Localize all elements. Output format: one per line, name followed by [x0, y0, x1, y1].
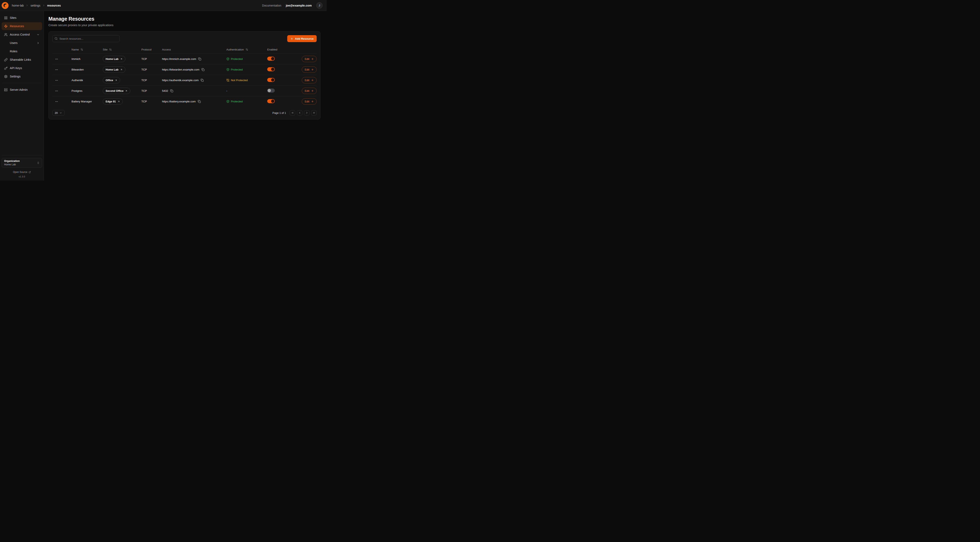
- search-input[interactable]: [52, 35, 120, 42]
- column-header-name[interactable]: Name: [72, 48, 103, 51]
- column-header-access: Access: [162, 48, 226, 51]
- ellipsis-icon: [55, 79, 58, 82]
- sidebar-item-label: Shareable Links: [10, 58, 31, 61]
- open-source-link[interactable]: Open Source: [2, 171, 42, 174]
- row-menu-button[interactable]: [54, 78, 59, 83]
- breadcrumb-settings[interactable]: settings: [30, 4, 40, 7]
- auth-status-label: Protected: [231, 100, 243, 103]
- copy-icon: [200, 79, 204, 82]
- page-size-select[interactable]: 20: [52, 110, 65, 116]
- edit-button[interactable]: Edit: [302, 56, 317, 62]
- enabled-toggle[interactable]: [267, 89, 275, 92]
- copy-access-button[interactable]: [200, 78, 204, 82]
- toggle-knob: [271, 68, 274, 71]
- table-row: Authentik Office TCP https://authentik.e…: [52, 75, 317, 85]
- auth-status-label: Protected: [231, 57, 243, 61]
- sidebar-item-users[interactable]: Users: [2, 39, 42, 47]
- resource-name: Battery Manager: [72, 100, 103, 103]
- user-email[interactable]: joe@example.com: [286, 4, 312, 7]
- copy-access-button[interactable]: [170, 89, 174, 93]
- row-menu-button[interactable]: [54, 99, 59, 104]
- site-link[interactable]: Edge 01: [103, 98, 123, 105]
- site-link[interactable]: Home Lab: [103, 67, 126, 73]
- chevrons-left-icon: [291, 112, 294, 114]
- chevrons-right-icon: [313, 112, 315, 114]
- page-title: Manage Resources: [48, 16, 321, 22]
- arrow-right-icon: [311, 89, 313, 92]
- sidebar-item-settings[interactable]: Settings: [2, 73, 42, 80]
- sort-icon: [81, 48, 83, 51]
- resource-name: Authentik: [72, 79, 103, 82]
- sidebar-item-access-control[interactable]: Access Control: [2, 31, 42, 38]
- next-page-button[interactable]: [304, 110, 310, 116]
- resource-protocol: TCP: [142, 89, 162, 92]
- organization-selector[interactable]: Organization Home Lab: [2, 158, 42, 167]
- sidebar-item-label: Server Admin: [10, 88, 27, 91]
- shield-off-icon: [226, 79, 229, 82]
- breadcrumb-resources[interactable]: resources: [47, 4, 61, 7]
- edit-button[interactable]: Edit: [302, 67, 317, 73]
- documentation-link[interactable]: Documentation: [262, 4, 281, 7]
- resource-access-url: https://bitwarden.example.com: [162, 68, 199, 71]
- enabled-toggle[interactable]: [267, 78, 275, 82]
- search-box: [52, 35, 120, 42]
- row-menu-button[interactable]: [54, 88, 59, 94]
- breadcrumb-org[interactable]: home-lab: [12, 4, 24, 7]
- edit-button[interactable]: Edit: [302, 88, 317, 94]
- auth-status-label: Not Protected: [231, 79, 248, 82]
- key-icon: [4, 67, 8, 70]
- column-header-enabled: Enabled: [267, 48, 296, 51]
- enabled-toggle[interactable]: [267, 57, 275, 61]
- previous-page-button[interactable]: [297, 110, 302, 116]
- copy-access-button[interactable]: [201, 68, 205, 72]
- enabled-toggle[interactable]: [267, 99, 275, 103]
- avatar[interactable]: J: [316, 2, 323, 9]
- sidebar-item-sites[interactable]: Sites: [2, 14, 42, 22]
- sidebar-item-label: Access Control: [10, 33, 30, 36]
- copy-access-button[interactable]: [198, 57, 202, 61]
- sidebar-item-roles[interactable]: Roles: [2, 48, 42, 55]
- resource-name: Bitwarden: [72, 68, 103, 71]
- sites-grid-icon: [4, 16, 8, 20]
- arrow-right-icon: [311, 68, 313, 71]
- app-logo[interactable]: [2, 2, 9, 9]
- arrow-up-right-icon: [118, 100, 120, 103]
- site-link[interactable]: Home Lab: [103, 56, 126, 62]
- column-header-site[interactable]: Site: [103, 48, 142, 51]
- sidebar-divider: [2, 83, 42, 83]
- edit-button[interactable]: Edit: [302, 98, 317, 105]
- add-resource-button[interactable]: Add Resource: [287, 35, 317, 42]
- site-link[interactable]: Office: [103, 77, 120, 83]
- resource-access-url: https://battery.example.com: [162, 100, 196, 103]
- sidebar-item-resources[interactable]: Resources: [2, 22, 42, 30]
- sidebar-item-api-keys[interactable]: API Keys: [2, 64, 42, 72]
- auth-status: Protected: [226, 68, 267, 71]
- resource-access-url: https://authentik.example.com: [162, 79, 199, 82]
- row-menu-button[interactable]: [54, 67, 59, 72]
- first-page-button[interactable]: [290, 110, 295, 116]
- resources-panel: Add Resource Name Site Protocol Access: [48, 31, 321, 120]
- breadcrumb: home-lab settings resources: [12, 4, 61, 7]
- plus-icon: [290, 37, 293, 40]
- external-link-icon: [29, 171, 31, 173]
- edit-button[interactable]: Edit: [302, 77, 317, 83]
- enabled-toggle[interactable]: [267, 67, 275, 71]
- last-page-button[interactable]: [311, 110, 317, 116]
- arrow-up-right-icon: [125, 90, 127, 92]
- open-source-label: Open Source: [13, 171, 27, 174]
- organization-value: Home Lab: [4, 163, 20, 166]
- column-header-authentication[interactable]: Authentication: [226, 48, 267, 51]
- column-header-protocol: Protocol: [142, 48, 162, 51]
- sidebar-item-shareable-links[interactable]: Shareable Links: [2, 56, 42, 64]
- shield-check-icon: [226, 100, 229, 103]
- sidebar-item-server-admin[interactable]: Server Admin: [2, 86, 42, 94]
- table-footer: 20 Page 1 of 1: [52, 110, 317, 116]
- site-link[interactable]: Second Office: [103, 88, 130, 94]
- main-content: Manage Resources Create secure proxies t…: [44, 11, 327, 181]
- chevron-down-icon: [37, 33, 40, 36]
- sidebar-item-label: Settings: [10, 75, 21, 78]
- copy-access-button[interactable]: [198, 100, 201, 104]
- arrow-right-icon: [311, 57, 313, 60]
- row-menu-button[interactable]: [54, 56, 59, 62]
- chevrons-up-down-icon: [37, 161, 40, 164]
